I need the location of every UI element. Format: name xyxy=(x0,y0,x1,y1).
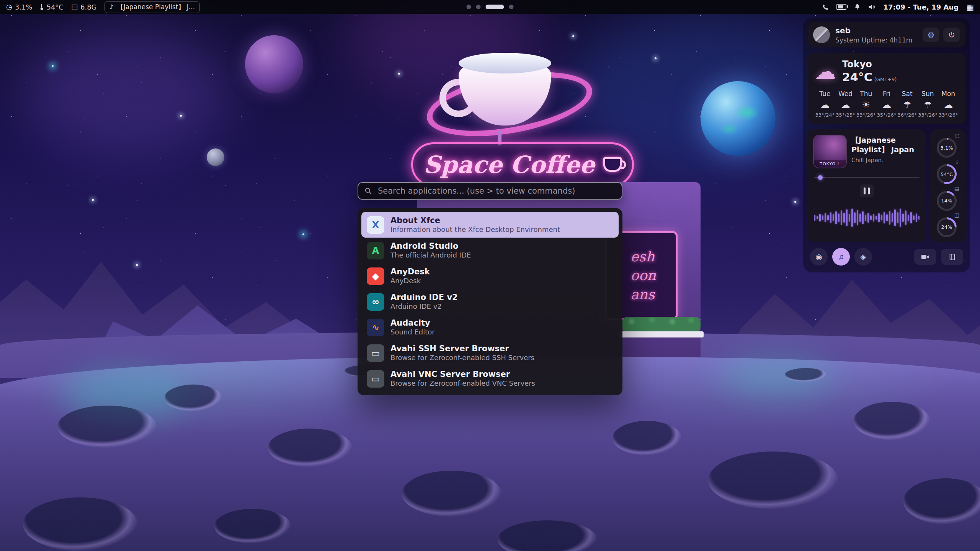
progress-bar[interactable] xyxy=(814,177,920,178)
crater xyxy=(57,406,157,448)
result-row-arduino[interactable]: ∞ Arduino IDE v2 Arduino IDE v2 xyxy=(361,289,619,315)
weather-temp: 24°C xyxy=(842,70,872,84)
gauge-temperature: ↓ 54°C xyxy=(936,160,960,184)
weather-icon: ☀ xyxy=(862,100,871,109)
window-neon-text: esh xyxy=(630,249,676,264)
star xyxy=(302,233,304,235)
result-row-audacity[interactable]: ∿ Audacity Sound Editor xyxy=(361,315,619,340)
workspace-dot[interactable] xyxy=(509,5,514,9)
forecast-day: Fri ☁ 35°/26° xyxy=(876,90,897,118)
system-gauges: ◷ 3.1% ↓ 54°C ▤ 14% ◫ 24% xyxy=(930,129,965,242)
media-toggle-button[interactable]: ♫ xyxy=(832,248,850,266)
recorder-button[interactable] xyxy=(914,249,936,265)
bell-icon xyxy=(854,3,861,10)
star xyxy=(52,65,54,67)
cpu-gauge-icon: ◷ xyxy=(955,133,959,138)
weather-icon: ☁ xyxy=(841,100,850,109)
temperature-icon: ↓ xyxy=(955,159,959,165)
phone-tray-button[interactable] xyxy=(822,4,829,10)
pause-button[interactable] xyxy=(860,184,874,197)
workspace-dot[interactable] xyxy=(467,5,471,9)
crater xyxy=(268,429,352,467)
xfce-icon: X xyxy=(367,216,384,234)
now-playing-pill[interactable]: ♪ 【Japanese Playlist】 J... xyxy=(105,1,200,13)
crater xyxy=(612,421,681,455)
crater xyxy=(402,471,501,517)
notifications-tray-button[interactable] xyxy=(854,3,861,10)
widget-panel: seb System Uptime: 4h11m ⚙ ☁ Tokyo 24°C(… xyxy=(803,18,970,272)
search-input[interactable] xyxy=(377,186,616,196)
weather-timezone: (GMT+9) xyxy=(874,77,897,82)
forecast-row: Tue ☁ 33°/24° Wed ☁ 35°/25° Thu ☀ 33°/26… xyxy=(815,90,959,118)
cloud-icon: ☁ xyxy=(815,61,836,82)
app-grid-button[interactable]: ▦ xyxy=(966,3,974,11)
crater xyxy=(708,452,838,509)
workspace-dot[interactable] xyxy=(476,5,481,9)
app-desc: AnyDesk xyxy=(390,277,430,285)
now-playing-text: 【Japanese Playlist】 J... xyxy=(117,3,195,11)
app-name: Arduino IDE v2 xyxy=(390,293,458,302)
stats-toggle-button[interactable]: ◉ xyxy=(810,248,828,266)
pause-icon xyxy=(864,187,866,194)
stats-icon: ◉ xyxy=(815,253,822,261)
arduino-icon: ∞ xyxy=(367,293,384,311)
user-card: seb System Uptime: 4h11m ⚙ xyxy=(808,22,965,47)
temperature-value: 54°C xyxy=(46,3,63,11)
forecast-day: Sat ☂ 36°/26° xyxy=(897,90,918,118)
app-name: AnyDesk xyxy=(390,267,430,276)
app-name: Audacity xyxy=(390,319,435,327)
forecast-day: Thu ☀ 33°/26° xyxy=(856,90,876,118)
volume-tray-button[interactable] xyxy=(868,4,875,10)
workspace-pager xyxy=(467,5,514,9)
app-desc: Information about the Xfce Desktop Envir… xyxy=(390,226,560,233)
result-row-android-studio[interactable]: A Android Studio The official Android ID… xyxy=(361,238,619,263)
result-row-avahi-ssh[interactable]: ▭ Avahi SSH Server Browser Browse for Ze… xyxy=(361,340,619,366)
coffee-cup-rim xyxy=(459,53,551,73)
app-desc: Arduino IDE v2 xyxy=(390,303,458,310)
app-desc: The official Android IDE xyxy=(390,252,471,259)
star xyxy=(655,57,657,59)
result-row-avahi-vnc[interactable]: ▭ Avahi VNC Server Browser Browse for Ze… xyxy=(361,366,619,391)
app-launcher: X About Xfce Information about the Xfce … xyxy=(358,182,622,395)
search-results: X About Xfce Information about the Xfce … xyxy=(358,208,622,395)
apps-toggle-button[interactable]: ◈ xyxy=(854,248,872,266)
crater xyxy=(214,509,291,543)
progress-handle[interactable] xyxy=(818,175,823,180)
server-browser-icon: ▭ xyxy=(367,370,384,388)
power-icon xyxy=(948,31,955,38)
weather-icon: ☂ xyxy=(924,100,932,109)
result-row-about-xfce[interactable]: X About Xfce Information about the Xfce … xyxy=(361,212,619,238)
planet-purple xyxy=(245,35,303,93)
planet-earth xyxy=(701,81,776,156)
settings-button[interactable]: ⚙ xyxy=(923,28,939,42)
battery-tray-button[interactable] xyxy=(836,4,846,10)
phone-icon xyxy=(822,4,829,10)
widget-footer: ◉ ♫ ◈ xyxy=(808,247,965,268)
clock[interactable]: 17:09 - Tue, 19 Aug xyxy=(883,3,959,11)
cpu-gauge-icon: ◷ xyxy=(6,3,12,10)
search-bar[interactable] xyxy=(358,182,622,200)
memory-value: 6.8G xyxy=(80,3,97,11)
disk-icon: ◫ xyxy=(954,212,959,218)
window-neon-text: ans xyxy=(630,287,676,302)
forecast-day: Tue ☁ 33°/24° xyxy=(815,90,835,118)
star xyxy=(398,73,400,75)
waveform-visualizer xyxy=(814,201,920,234)
music-player-card: TOKYO L 【Japanese Playlist】 Japan All Ni… xyxy=(808,129,926,242)
weather-city: Tokyo xyxy=(842,59,897,70)
temperature-stat: 54°C xyxy=(40,3,63,11)
star xyxy=(794,201,796,203)
workspace-dot-active[interactable] xyxy=(486,5,504,9)
music-icon: ♫ xyxy=(838,253,844,261)
planter-box xyxy=(619,331,704,337)
app-name: Android Studio xyxy=(390,242,471,250)
hedge xyxy=(622,317,701,332)
notes-button[interactable] xyxy=(941,249,963,265)
power-button[interactable] xyxy=(943,28,960,42)
forecast-day: Wed ☁ 35°/25° xyxy=(835,90,856,118)
result-row-anydesk[interactable]: ◆ AnyDesk AnyDesk xyxy=(361,263,619,289)
speaker-icon xyxy=(868,4,875,10)
pause-icon xyxy=(868,187,870,194)
weather-card: ☁ Tokyo 24°C(GMT+9) Tue ☁ 33°/24° Wed ☁ xyxy=(808,53,965,124)
star xyxy=(136,264,138,266)
